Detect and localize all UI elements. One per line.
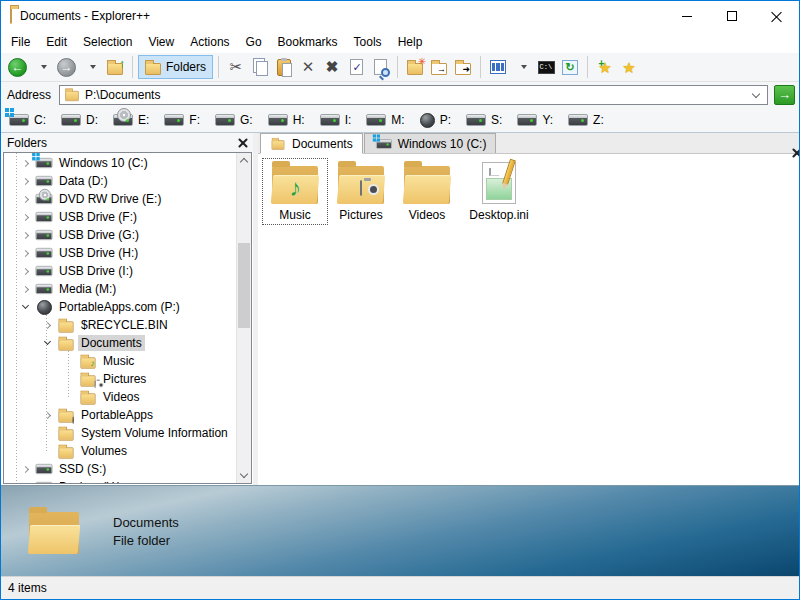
tree-item-usb-g[interactable]: USB Drive (G:) bbox=[4, 226, 236, 244]
drive-d[interactable]: D: bbox=[61, 113, 98, 127]
menu-file[interactable]: File bbox=[3, 32, 38, 52]
tree-item-pictures[interactable]: Pictures bbox=[4, 370, 236, 388]
bookmarks-button[interactable]: ★ bbox=[617, 55, 641, 79]
address-field[interactable] bbox=[59, 85, 768, 105]
drive-g[interactable]: G: bbox=[215, 113, 253, 127]
chevron-down-icon[interactable] bbox=[18, 306, 32, 308]
minimize-button[interactable] bbox=[664, 1, 709, 31]
tree-item-ssd-s[interactable]: SSD (S:) bbox=[4, 460, 236, 478]
drive-h[interactable]: H: bbox=[268, 113, 305, 127]
chevron-right-icon[interactable] bbox=[18, 251, 32, 256]
tree-item-documents[interactable]: Documents bbox=[4, 334, 236, 352]
forward-button[interactable]: → bbox=[54, 55, 79, 79]
chevron-right-icon[interactable] bbox=[18, 215, 32, 220]
search-button[interactable] bbox=[368, 55, 392, 79]
scrollbar-track[interactable] bbox=[237, 168, 251, 468]
titlebar[interactable]: Documents - Explorer++ bbox=[1, 1, 799, 31]
tree-item-volumes[interactable]: Volumes bbox=[4, 442, 236, 460]
tree-scrollbar[interactable] bbox=[236, 153, 251, 483]
move-to-folder-button[interactable]: ➜ bbox=[451, 55, 475, 79]
drive-y[interactable]: Y: bbox=[517, 113, 553, 127]
paste-button[interactable] bbox=[272, 55, 296, 79]
chevron-right-icon[interactable] bbox=[40, 413, 54, 418]
menu-go[interactable]: Go bbox=[238, 32, 270, 52]
chevron-right-icon[interactable] bbox=[18, 161, 32, 166]
drive-s[interactable]: S: bbox=[466, 113, 502, 127]
menu-edit[interactable]: Edit bbox=[38, 32, 75, 52]
tree-item-windows-10-c[interactable]: Windows 10 (C:) bbox=[4, 154, 236, 172]
menu-view[interactable]: View bbox=[140, 32, 182, 52]
scrollbar-thumb[interactable] bbox=[238, 243, 250, 328]
drive-i[interactable]: I: bbox=[320, 113, 352, 127]
drive-p[interactable]: P: bbox=[420, 113, 451, 128]
forward-dropdown[interactable] bbox=[79, 55, 103, 79]
menu-bookmarks[interactable]: Bookmarks bbox=[270, 32, 346, 52]
delete-permanently-button[interactable]: ✖ bbox=[320, 55, 344, 79]
address-input[interactable] bbox=[85, 87, 748, 103]
address-dropdown-icon[interactable] bbox=[752, 90, 760, 98]
tree-item-recycle-bin[interactable]: $RECYCLE.BIN bbox=[4, 316, 236, 334]
chevron-right-icon[interactable] bbox=[18, 269, 32, 274]
file-list[interactable]: ♪ Music Pictures Videos Desktop.ini bbox=[258, 154, 799, 485]
drive-bar: C: D: E: F: G: H: I: M: P: S: Y: Z: bbox=[1, 108, 799, 133]
file-item-videos[interactable]: Videos bbox=[394, 158, 460, 225]
tree-item-media-m[interactable]: Media (M:) bbox=[4, 280, 236, 298]
go-button[interactable]: → bbox=[774, 85, 795, 105]
tab-windows-10-c[interactable]: Windows 10 (C:) bbox=[364, 133, 497, 153]
refresh-button[interactable]: ↻ bbox=[558, 55, 582, 79]
tree-item-videos[interactable]: Videos bbox=[4, 388, 236, 406]
tree-item-portableapps-folder[interactable]: PortableApps bbox=[4, 406, 236, 424]
tree-item-usb-i[interactable]: USB Drive (I:) bbox=[4, 262, 236, 280]
tree-item-portableapps-p[interactable]: PortableApps.com (P:) bbox=[4, 298, 236, 316]
scroll-up-icon[interactable] bbox=[237, 153, 251, 168]
copy-button[interactable] bbox=[248, 55, 272, 79]
tree-item-dvd-e[interactable]: DVD RW Drive (E:) bbox=[4, 190, 236, 208]
delete-button[interactable]: ✕ bbox=[296, 55, 320, 79]
drive-icon bbox=[61, 114, 81, 126]
chevron-right-icon[interactable] bbox=[40, 323, 54, 328]
tree-item-data-d[interactable]: Data (D:) bbox=[4, 172, 236, 190]
views-button[interactable] bbox=[486, 55, 510, 79]
folders-panel-close-icon[interactable] bbox=[238, 138, 247, 147]
drive-z[interactable]: Z: bbox=[568, 113, 604, 127]
properties-button[interactable] bbox=[344, 55, 368, 79]
scroll-down-icon[interactable] bbox=[237, 468, 251, 483]
drive-c[interactable]: C: bbox=[9, 113, 46, 127]
menu-selection[interactable]: Selection bbox=[75, 32, 140, 52]
status-bar: 4 items bbox=[1, 576, 799, 599]
tree-item-backup-y[interactable]: Backup (Y:) bbox=[4, 478, 236, 483]
folders-toggle-button[interactable]: Folders bbox=[138, 55, 213, 79]
tree-item-music[interactable]: ♪Music bbox=[4, 352, 236, 370]
drive-e[interactable]: E: bbox=[113, 113, 149, 127]
chevron-right-icon[interactable] bbox=[18, 179, 32, 184]
chevron-down-icon[interactable] bbox=[40, 342, 54, 344]
chevron-right-icon[interactable] bbox=[18, 467, 32, 472]
menu-help[interactable]: Help bbox=[390, 32, 431, 52]
menu-tools[interactable]: Tools bbox=[346, 32, 390, 52]
file-item-music[interactable]: ♪ Music bbox=[262, 158, 328, 225]
menu-actions[interactable]: Actions bbox=[182, 32, 237, 52]
drive-m[interactable]: M: bbox=[366, 113, 404, 127]
tree-item-usb-f[interactable]: USB Drive (F:) bbox=[4, 208, 236, 226]
tree-item-system-volume-information[interactable]: System Volume Information bbox=[4, 424, 236, 442]
add-bookmark-button[interactable]: ★+ bbox=[593, 55, 617, 79]
back-button[interactable]: ← bbox=[5, 55, 30, 79]
cut-button[interactable]: ✂ bbox=[224, 55, 248, 79]
views-dropdown[interactable] bbox=[510, 55, 534, 79]
file-item-pictures[interactable]: Pictures bbox=[328, 158, 394, 225]
chevron-right-icon[interactable] bbox=[18, 233, 32, 238]
maximize-button[interactable] bbox=[709, 1, 754, 31]
tree-item-usb-h[interactable]: USB Drive (H:) bbox=[4, 244, 236, 262]
up-button[interactable]: ↑ bbox=[103, 55, 127, 79]
tab-documents[interactable]: Documents bbox=[260, 133, 363, 154]
close-button[interactable] bbox=[754, 1, 799, 31]
copy-to-folder-button[interactable]: → bbox=[427, 55, 451, 79]
chevron-right-icon[interactable] bbox=[18, 287, 32, 292]
move-to-folder-icon: ➜ bbox=[455, 63, 471, 75]
file-item-desktop-ini[interactable]: Desktop.ini bbox=[460, 158, 538, 225]
new-folder-button[interactable]: ✳ bbox=[403, 55, 427, 79]
drive-f[interactable]: F: bbox=[164, 113, 200, 127]
chevron-right-icon[interactable] bbox=[18, 197, 32, 202]
command-prompt-button[interactable]: C:\ bbox=[534, 55, 558, 79]
back-dropdown[interactable] bbox=[30, 55, 54, 79]
